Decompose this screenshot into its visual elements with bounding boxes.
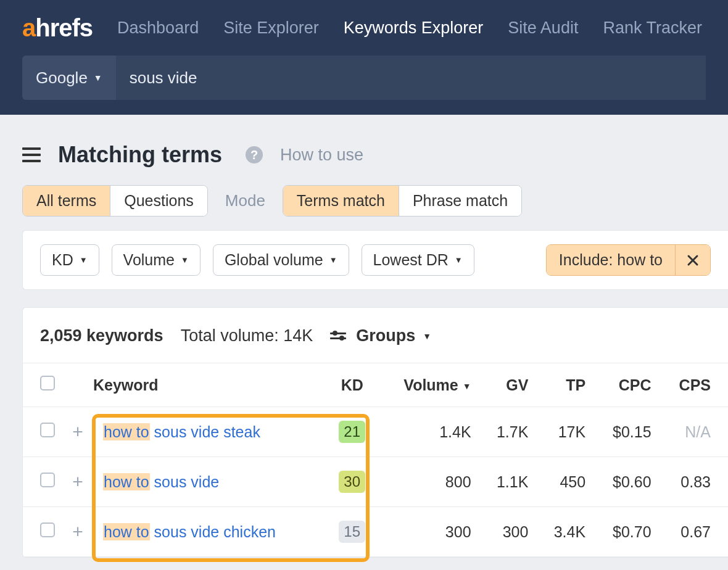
- terms-tabs-group: All terms Questions: [22, 185, 208, 217]
- keyword-link[interactable]: how to sous vide: [103, 473, 219, 490]
- sliders-icon: [330, 332, 346, 339]
- chevron-down-icon: ▼: [329, 255, 337, 265]
- filter-panel: KD ▼ Volume ▼ Global volume ▼ Lowest DR …: [22, 230, 728, 290]
- keyword-search-input[interactable]: sous vide: [116, 56, 706, 100]
- chevron-down-icon: ▼: [94, 73, 102, 83]
- col-kd[interactable]: KD: [327, 363, 378, 407]
- tab-all-terms[interactable]: All terms: [23, 186, 110, 216]
- results-panel: 2,059 keywords Total volume: 14K Groups …: [22, 307, 728, 558]
- cell-cpc: $0.15: [593, 407, 658, 457]
- keyword-highlight: how to: [103, 523, 150, 540]
- expand-row-button[interactable]: +: [62, 407, 93, 457]
- search-engine-select[interactable]: Google ▼: [22, 56, 116, 100]
- filter-lowest-dr-label: Lowest DR: [373, 251, 449, 269]
- close-icon: [687, 254, 699, 266]
- expand-row-button[interactable]: +: [62, 507, 93, 557]
- mode-terms-match[interactable]: Terms match: [283, 186, 399, 216]
- row-checkbox[interactable]: [40, 473, 55, 487]
- sort-desc-icon: ▼: [463, 381, 471, 391]
- cell-tp: 3.4K: [536, 507, 593, 557]
- cell-volume: 1.4K: [378, 407, 479, 457]
- nav-dashboard[interactable]: Dashboard: [117, 19, 199, 38]
- ahrefs-logo[interactable]: ahrefs: [22, 14, 93, 42]
- table-row: +how to sous vide steak211.4K1.7K17K$0.1…: [23, 407, 728, 457]
- cell-volume: 300: [378, 507, 479, 557]
- mode-phrase-match[interactable]: Phrase match: [399, 186, 521, 216]
- col-cps[interactable]: CPS: [659, 363, 728, 407]
- keywords-table: Keyword KD Volume ▼ GV TP CPC CPS +how t…: [23, 363, 728, 557]
- cell-tp: 450: [536, 457, 593, 507]
- table-row: +how to sous vide chicken153003003.4K$0.…: [23, 507, 728, 557]
- col-checkbox: [23, 363, 62, 407]
- filter-volume-label: Volume: [123, 251, 175, 269]
- keyword-highlight: how to: [103, 473, 150, 490]
- keyword-count: 2,059 keywords: [40, 326, 163, 345]
- col-gv[interactable]: GV: [479, 363, 536, 407]
- col-tp[interactable]: TP: [536, 363, 593, 407]
- cell-volume: 800: [378, 457, 479, 507]
- segmented-controls-row: All terms Questions Mode Terms match Phr…: [0, 185, 728, 230]
- groups-label: Groups: [356, 326, 415, 345]
- expand-row-button[interactable]: +: [62, 457, 93, 507]
- nav-rank-tracker[interactable]: Rank Tracker: [603, 19, 702, 38]
- filter-global-volume[interactable]: Global volume ▼: [213, 244, 349, 276]
- tab-questions[interactable]: Questions: [110, 186, 207, 216]
- filter-kd-label: KD: [52, 251, 73, 269]
- cell-cps: 0.83: [659, 457, 728, 507]
- top-navbar: ahrefs Dashboard Site Explorer Keywords …: [0, 0, 728, 115]
- match-mode-group: Terms match Phrase match: [283, 185, 522, 217]
- cell-gv: 1.7K: [479, 407, 536, 457]
- kd-badge: 30: [339, 471, 365, 493]
- filter-lowest-dr[interactable]: Lowest DR ▼: [362, 244, 474, 276]
- groups-toggle[interactable]: Groups ▼: [330, 326, 431, 345]
- col-cpc[interactable]: CPC: [593, 363, 658, 407]
- col-volume-label: Volume: [403, 376, 458, 394]
- cell-gv: 300: [479, 507, 536, 557]
- filter-include-remove-button[interactable]: [675, 245, 710, 275]
- keyword-link[interactable]: how to sous vide chicken: [103, 523, 276, 540]
- filter-include-chip: Include: how to: [546, 244, 711, 276]
- keyword-link[interactable]: how to sous vide steak: [103, 423, 260, 440]
- chevron-down-icon: ▼: [455, 255, 463, 265]
- chevron-down-icon: ▼: [80, 255, 88, 265]
- chevron-down-icon: ▼: [423, 331, 431, 341]
- nav-site-audit[interactable]: Site Audit: [508, 19, 578, 38]
- cell-cps: 0.67: [659, 507, 728, 557]
- filter-kd[interactable]: KD ▼: [40, 244, 99, 276]
- col-keyword[interactable]: Keyword: [93, 363, 327, 407]
- cell-tp: 17K: [536, 407, 593, 457]
- nav-row-primary: ahrefs Dashboard Site Explorer Keywords …: [0, 0, 728, 56]
- filter-include-label[interactable]: Include: how to: [547, 245, 675, 275]
- hamburger-menu-icon[interactable]: [22, 147, 41, 162]
- row-checkbox[interactable]: [40, 423, 55, 437]
- kd-badge: 21: [339, 421, 365, 443]
- nav-row-search: Google ▼ sous vide: [0, 56, 728, 100]
- row-checkbox[interactable]: [40, 522, 55, 537]
- chevron-down-icon: ▼: [181, 255, 189, 265]
- cell-cpc: $0.60: [593, 457, 658, 507]
- total-volume: Total volume: 14K: [181, 326, 313, 345]
- page-header: Matching terms ? How to use: [0, 115, 728, 185]
- col-volume[interactable]: Volume ▼: [378, 363, 479, 407]
- cell-cps: N/A: [659, 407, 728, 457]
- filter-global-volume-label: Global volume: [225, 251, 323, 269]
- cell-cpc: $0.70: [593, 507, 658, 557]
- results-stats-row: 2,059 keywords Total volume: 14K Groups …: [23, 308, 728, 363]
- help-icon[interactable]: ?: [246, 146, 263, 163]
- kd-badge: 15: [339, 521, 365, 543]
- filter-volume[interactable]: Volume ▼: [112, 244, 201, 276]
- how-to-use-link[interactable]: How to use: [280, 146, 363, 165]
- nav-site-explorer[interactable]: Site Explorer: [223, 19, 319, 38]
- select-all-checkbox[interactable]: [40, 376, 55, 390]
- search-engine-label: Google: [36, 68, 88, 88]
- keyword-search-value: sous vide: [130, 68, 197, 88]
- mode-label: Mode: [225, 191, 265, 210]
- keyword-highlight: how to: [103, 423, 150, 440]
- nav-keywords-explorer[interactable]: Keywords Explorer: [344, 19, 484, 38]
- table-row: +how to sous vide308001.1K450$0.600.83: [23, 457, 728, 507]
- cell-gv: 1.1K: [479, 457, 536, 507]
- page-title: Matching terms: [58, 142, 222, 168]
